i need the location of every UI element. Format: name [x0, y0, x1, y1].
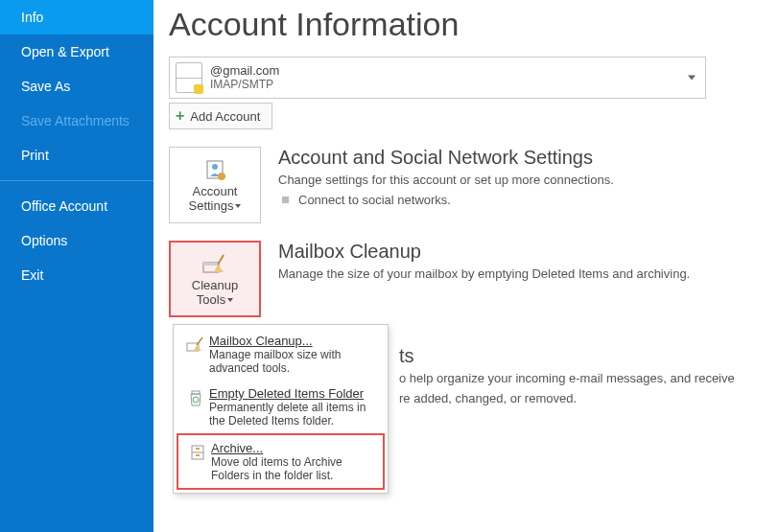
- menu-item-empty-deleted[interactable]: Empty Deleted Items Folder Permanently d…: [177, 381, 385, 433]
- menu-item-title: Archive...: [211, 441, 377, 455]
- plus-icon: +: [176, 107, 184, 125]
- account-protocol: IMAP/SMTP: [210, 79, 279, 92]
- backstage-sidebar: Info Open & Export Save As Save Attachme…: [0, 0, 153, 532]
- svg-rect-8: [192, 391, 200, 394]
- account-settings-button[interactable]: Account Settings: [169, 147, 261, 223]
- menu-item-desc: Move old items to Archive Folders in the…: [211, 455, 342, 482]
- menu-item-desc: Permanently delete all items in the Dele…: [209, 401, 366, 428]
- chevron-down-icon: [227, 298, 233, 302]
- menu-item-archive[interactable]: Archive... Move old items to Archive Fol…: [177, 433, 385, 490]
- svg-point-1: [212, 164, 218, 170]
- svg-rect-13: [196, 454, 200, 456]
- sidebar-divider: [0, 180, 153, 181]
- menu-item-mailbox-cleanup[interactable]: Mailbox Cleanup... Manage mailbox size w…: [177, 328, 385, 381]
- chevron-down-icon: [688, 76, 696, 81]
- menu-item-title: Empty Deleted Items Folder: [209, 386, 379, 401]
- page-title: Account Information: [169, 6, 779, 43]
- svg-rect-12: [196, 448, 200, 450]
- mailbox-icon: [176, 62, 202, 93]
- account-email: @gmail.com: [210, 64, 279, 79]
- svg-rect-4: [203, 263, 219, 266]
- sidebar-item-open-export[interactable]: Open & Export: [0, 35, 153, 69]
- person-gear-icon: [202, 156, 227, 185]
- broom-mailbox-icon: [201, 250, 229, 279]
- menu-item-title: Mailbox Cleanup...: [209, 334, 379, 348]
- section-mailbox-cleanup: Cleanup Tools Mailbox Cleanup Manage the…: [169, 241, 779, 317]
- section-title: Mailbox Cleanup: [278, 241, 690, 263]
- cleanup-tools-button[interactable]: Cleanup Tools: [169, 241, 261, 317]
- svg-line-5: [218, 255, 224, 265]
- sidebar-item-save-as[interactable]: Save As: [0, 69, 153, 104]
- menu-item-desc: Manage mailbox size with advanced tools.: [209, 348, 341, 375]
- section-desc-partial-2: re added, changed, or removed.: [399, 391, 735, 405]
- cleanup-tools-menu: Mailbox Cleanup... Manage mailbox size w…: [173, 324, 389, 494]
- section-desc: Manage the size of your mailbox by empty…: [278, 266, 690, 281]
- chevron-down-icon: [235, 204, 241, 208]
- sidebar-item-save-attachments: Save Attachments: [0, 104, 153, 138]
- sidebar-item-office-account[interactable]: Office Account: [0, 189, 153, 223]
- svg-point-9: [193, 397, 199, 403]
- connect-social-link[interactable]: Connect to social networks.: [278, 193, 614, 207]
- sidebar-item-options[interactable]: Options: [0, 223, 153, 258]
- recycle-bin-icon: [182, 386, 209, 428]
- main-panel: Account Information @gmail.com IMAP/SMTP…: [169, 0, 779, 317]
- svg-line-7: [197, 337, 202, 345]
- add-account-button[interactable]: + Add Account: [169, 103, 272, 129]
- broom-mailbox-icon: [182, 334, 209, 375]
- sidebar-item-info[interactable]: Info: [0, 0, 153, 35]
- svg-point-2: [218, 173, 225, 180]
- section-desc-partial: o help organize your incoming e-mail mes…: [399, 371, 735, 385]
- sidebar-item-exit[interactable]: Exit: [0, 258, 153, 292]
- section-account-settings: Account Settings Account and Social Netw…: [169, 147, 779, 223]
- section-title: Account and Social Network Settings: [278, 147, 614, 169]
- archive-cabinet-icon: [184, 441, 211, 482]
- section-title-partial: ts: [399, 345, 735, 367]
- account-selector-dropdown[interactable]: @gmail.com IMAP/SMTP: [169, 57, 706, 99]
- add-account-label: Add Account: [190, 109, 260, 124]
- sidebar-item-print[interactable]: Print: [0, 138, 153, 173]
- section-rules-alerts-partial: ts o help organize your incoming e-mail …: [399, 345, 735, 411]
- section-desc: Change settings for this account or set …: [278, 173, 614, 187]
